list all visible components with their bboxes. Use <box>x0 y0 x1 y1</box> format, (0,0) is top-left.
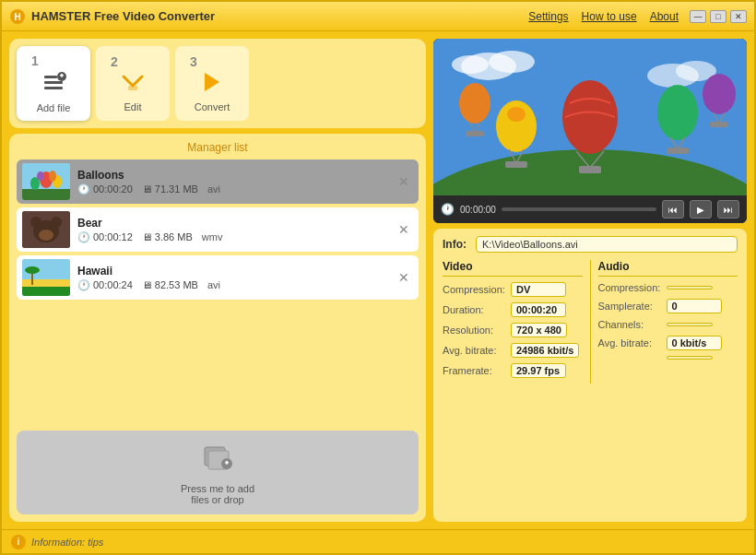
svg-point-52 <box>703 74 736 114</box>
file-close-balloons[interactable]: ✕ <box>395 172 413 191</box>
about-link[interactable]: About <box>650 10 679 23</box>
svg-point-15 <box>37 171 44 181</box>
step-2-label: Edit <box>124 101 142 112</box>
file-ext-bear: wmv <box>202 231 223 242</box>
step-3[interactable]: 3 Convert <box>175 46 249 121</box>
svg-rect-31 <box>226 461 228 465</box>
video-compression-field: Compression: DV <box>443 282 583 297</box>
svg-rect-59 <box>466 131 484 136</box>
audio-channels-field: Channels: <box>598 319 738 330</box>
howto-link[interactable]: How to use <box>582 10 637 23</box>
settings-link[interactable]: Settings <box>528 10 568 23</box>
file-info-hawaii: Hawaii 🕐 00:00:24 🖥 82.53 MB avi <box>77 265 387 291</box>
svg-rect-2 <box>44 76 57 78</box>
svg-rect-47 <box>505 161 527 168</box>
file-duration-bear: 🕐 00:00:12 <box>77 231 133 243</box>
file-ext-balloons: avi <box>207 183 220 195</box>
close-button[interactable]: ✕ <box>730 10 747 23</box>
add-files-button[interactable]: Press me to addfiles or drop <box>17 431 419 514</box>
video-duration-field: Duration: 00:00:20 <box>443 302 583 317</box>
step-1[interactable]: 1 Add file <box>17 46 90 121</box>
statusbar: i Information: tips <box>2 529 754 553</box>
info-row: Info: K:\Video\Balloons.avi <box>443 236 738 253</box>
svg-rect-11 <box>22 189 70 200</box>
audio-info-col: Audio Compression: Samplerate: 0 Channel… <box>598 260 738 384</box>
app-logo: H <box>9 8 26 25</box>
svg-point-48 <box>657 85 698 140</box>
info-icon: i <box>11 535 26 549</box>
svg-point-19 <box>30 217 41 228</box>
file-info-bear: Bear 🕐 00:00:12 🖥 3.86 MB wmv <box>77 217 387 243</box>
video-info-col: Video Compression: DV Duration: 00:00:20… <box>443 260 583 384</box>
audio-empty-field <box>598 356 738 360</box>
file-size-balloons: 🖥 71.31 MB <box>142 183 198 195</box>
manager-title: Manager list <box>17 141 419 154</box>
file-meta-hawaii: 🕐 00:00:24 🖥 82.53 MB avi <box>77 279 387 291</box>
file-duration-hawaii: 🕐 00:00:24 <box>77 279 133 291</box>
audio-samplerate-field: Samplerate: 0 <box>598 299 738 313</box>
video-resolution-field: Resolution: 720 x 480 <box>443 323 583 337</box>
step-2-number: 2 <box>111 54 118 69</box>
file-item-balloons[interactable]: Balloons 🕐 00:00:20 🖥 71.31 MB avi <box>17 159 419 204</box>
svg-point-34 <box>489 51 535 73</box>
app-title: HAMSTER Free Video Converter <box>31 9 528 23</box>
svg-text:H: H <box>14 12 20 22</box>
file-thumb-bear <box>22 211 70 248</box>
file-thumb-balloons <box>22 163 70 200</box>
file-close-hawaii[interactable]: ✕ <box>395 268 413 287</box>
file-list: Balloons 🕐 00:00:20 🖥 71.31 MB avi <box>17 159 419 425</box>
add-file-icon <box>40 68 67 100</box>
info-path: K:\Video\Balloons.avi <box>476 236 738 253</box>
svg-point-44 <box>507 107 526 122</box>
left-panel: 1 Add file 2 <box>9 39 426 522</box>
minimize-button[interactable]: — <box>690 10 706 23</box>
maximize-button[interactable]: □ <box>710 10 726 23</box>
edit-icon <box>120 69 146 100</box>
file-name-balloons: Balloons <box>77 169 387 182</box>
file-item-bear[interactable]: Bear 🕐 00:00:12 🖥 3.86 MB wmv <box>17 207 419 252</box>
svg-point-56 <box>459 83 490 124</box>
svg-rect-4 <box>44 87 63 89</box>
svg-rect-3 <box>44 81 63 84</box>
file-close-bear[interactable]: ✕ <box>395 220 413 239</box>
manager-area: Manager list <box>9 134 426 522</box>
video-next-button[interactable]: ⏭ <box>717 200 739 218</box>
nav-links: Settings How to use About <box>528 10 679 23</box>
file-meta-balloons: 🕐 00:00:20 🖥 71.31 MB avi <box>77 183 387 195</box>
video-time: 00:00:00 <box>460 205 496 215</box>
video-col-header: Video <box>443 260 583 277</box>
info-label: Info: <box>443 238 470 251</box>
step-3-label: Convert <box>195 101 230 112</box>
video-canvas <box>433 39 747 195</box>
audio-avgbitrate-field: Avg. bitrate: 0 kbit/s <box>598 336 738 350</box>
step-1-number: 1 <box>31 53 39 68</box>
file-item-hawaii[interactable]: Hawaii 🕐 00:00:24 🖥 82.53 MB avi <box>17 255 419 300</box>
info-columns: Video Compression: DV Duration: 00:00:20… <box>443 260 738 384</box>
svg-rect-24 <box>22 287 70 296</box>
file-thumb-hawaii <box>22 259 70 296</box>
file-duration-balloons: 🕐 00:00:20 <box>77 183 133 195</box>
svg-point-35 <box>452 55 489 74</box>
svg-point-20 <box>51 217 62 228</box>
file-info-balloons: Balloons 🕐 00:00:20 🖥 71.31 MB avi <box>77 169 387 195</box>
video-avgbitrate-field: Avg. bitrate: 24986 kbit/s <box>443 343 583 358</box>
audio-col-header: Audio <box>598 260 738 277</box>
svg-marker-9 <box>205 73 219 91</box>
step-2[interactable]: 2 Edit <box>96 46 170 121</box>
svg-point-21 <box>39 230 53 241</box>
video-preview: 🕐 00:00:00 ⏮ ▶ ⏭ <box>433 39 747 223</box>
video-prev-button[interactable]: ⏮ <box>662 200 684 218</box>
window-controls: — □ ✕ <box>690 10 747 23</box>
svg-rect-42 <box>579 166 601 173</box>
main-area: 1 Add file 2 <box>2 31 754 529</box>
svg-point-26 <box>25 266 40 274</box>
svg-rect-51 <box>667 148 689 154</box>
svg-rect-8 <box>128 86 137 90</box>
add-files-label: Press me to addfiles or drop <box>181 483 254 505</box>
svg-point-16 <box>49 171 56 182</box>
video-play-button[interactable]: ▶ <box>690 200 712 218</box>
video-progress-bar[interactable] <box>502 207 656 211</box>
status-text: Information: tips <box>31 537 103 548</box>
steps-bar: 1 Add file 2 <box>9 39 426 128</box>
file-size-bear: 🖥 3.86 MB <box>142 231 193 242</box>
